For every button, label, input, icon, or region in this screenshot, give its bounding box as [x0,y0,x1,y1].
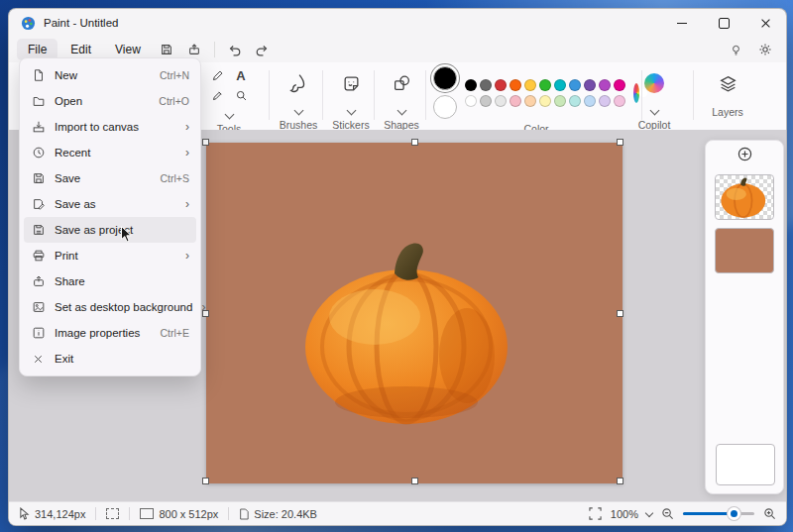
resize-handle-nw[interactable] [202,139,209,146]
color-swatch[interactable] [524,79,536,91]
window-title: Paint - Untitled [44,17,118,29]
menu-item-share[interactable]: Share [24,268,196,294]
maximize-button[interactable] [703,9,744,37]
settings-gear-icon[interactable] [752,39,778,60]
resize-handle-s[interactable] [411,478,418,484]
background-layer-thumbnail[interactable] [716,444,775,485]
chevron-down-icon[interactable] [346,106,356,116]
color-swatch[interactable] [480,95,492,107]
minimize-button[interactable] [661,9,703,37]
file-menu-dropdown: New Ctrl+N Open Ctrl+O Import to canvas … [19,57,201,376]
submenu-chevron-icon [185,147,189,159]
color-palette-row [465,79,625,91]
save-icon [31,171,46,186]
menu-item-recent[interactable]: Recent [24,140,196,165]
brushes-group[interactable]: Brushes [273,66,324,131]
canvas-size: 800 x 512px [140,508,218,520]
color-swatch[interactable] [554,95,566,107]
layer-thumbnail-1[interactable] [715,174,774,220]
layer-thumbnail-2[interactable] [715,228,774,273]
chevron-down-icon[interactable] [224,110,234,120]
selection-size-icon [106,508,119,519]
divider [269,70,270,120]
status-bar: 314,124px 800 x 512px Size: 20.4KB 100% [9,501,786,525]
primary-color-swatch[interactable] [433,66,457,90]
color-swatch[interactable] [465,79,477,91]
import-icon [31,120,46,135]
feedback-icon[interactable] [723,39,748,60]
divider [425,70,426,120]
color-swatch[interactable] [495,95,507,107]
color-swatch[interactable] [569,79,581,91]
resize-handle-ne[interactable] [617,139,623,146]
color-swatch[interactable] [569,95,581,107]
zoom-slider-handle[interactable] [728,507,740,520]
color-swatch[interactable] [524,95,536,107]
pencil-tool-icon[interactable] [206,69,228,82]
open-folder-icon [31,94,46,109]
color-swatch[interactable] [539,79,551,91]
menu-item-save-as-project[interactable]: Save as project [24,217,196,243]
paint-app-icon [21,16,36,31]
close-button[interactable] [744,9,786,37]
chevron-down-icon[interactable] [293,106,303,116]
menu-item-print[interactable]: Print [24,243,196,268]
color-swatch[interactable] [465,95,477,107]
chevron-down-icon[interactable] [396,106,406,116]
stickers-group[interactable]: Stickers [326,66,376,131]
tools-group[interactable]: A Tools [195,66,263,135]
color-swatch[interactable] [599,79,611,91]
color-swatch[interactable] [584,95,596,107]
color-swatch[interactable] [480,79,492,91]
menu-item-save[interactable]: Save Ctrl+S [24,165,196,191]
secondary-color-swatch[interactable] [433,95,457,119]
copilot-icon [644,73,664,93]
zoom-in-button[interactable] [763,507,776,520]
color-palette-row [465,95,625,107]
fit-to-screen-button[interactable] [589,507,602,520]
menu-item-save-as[interactable]: Save as [24,191,196,217]
file-size: Size: 20.4KB [239,508,317,520]
drawing-canvas[interactable] [206,143,623,483]
color-swatch[interactable] [510,95,521,107]
menu-item-set-as-desktop-background[interactable]: Set as desktop background [24,294,196,320]
menu-item-image-properties[interactable]: Image properties Ctrl+E [24,320,196,346]
add-layer-button[interactable] [706,141,783,166]
color-swatch[interactable] [599,95,611,107]
zoom-out-button[interactable] [661,507,674,520]
wallpaper-image-icon [31,300,46,315]
zoom-level-dropdown[interactable]: 100% [611,508,652,520]
divider [322,70,323,120]
color-swatch[interactable] [554,79,566,91]
shapes-group[interactable]: Shapes [378,66,425,131]
color-swatch[interactable] [495,79,507,91]
resize-handle-sw[interactable] [202,478,209,484]
zoom-slider[interactable] [683,512,754,515]
copilot-group[interactable]: Copilot [620,66,689,131]
exit-x-icon [31,352,46,367]
eyedropper-tool-icon[interactable] [206,89,228,102]
layers-group[interactable]: Layers [697,66,758,118]
menu-item-import-to-canvas[interactable]: Import to canvas [24,114,196,140]
undo-button[interactable] [222,39,248,60]
save-as-icon [31,197,46,212]
resize-handle-se[interactable] [617,478,623,484]
close-icon [760,18,771,29]
new-file-icon [31,68,46,83]
magnifier-tool-icon[interactable] [230,89,252,102]
color-swatch[interactable] [510,79,521,91]
resize-handle-n[interactable] [411,139,418,146]
text-tool-icon[interactable]: A [230,68,252,83]
color-swatch[interactable] [539,95,551,107]
menu-item-open[interactable]: Open Ctrl+O [24,88,196,114]
color-swatch[interactable] [584,79,596,91]
shapes-icon [378,66,425,100]
resize-handle-e[interactable] [617,310,623,317]
divider [228,507,229,520]
menu-item-new[interactable]: New Ctrl+N [24,62,196,88]
properties-icon [31,326,46,341]
menu-item-exit[interactable]: Exit [24,346,196,372]
sticker-icon [326,66,376,100]
chevron-down-icon[interactable] [649,106,659,116]
redo-button[interactable] [250,39,276,60]
